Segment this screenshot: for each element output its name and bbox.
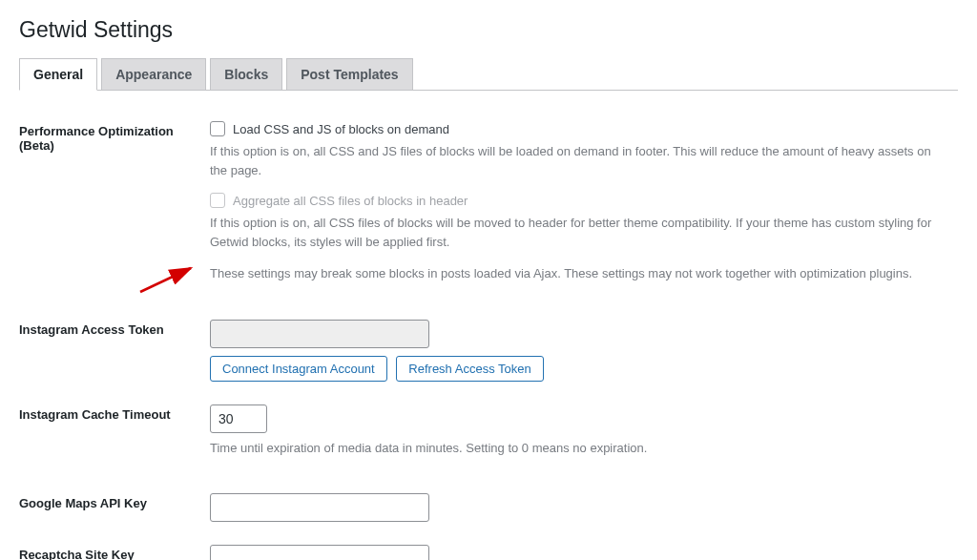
instagram-cache-description: Time until expiration of media data in m… <box>210 439 948 458</box>
page-title: Getwid Settings <box>19 17 958 43</box>
load-on-demand-label[interactable]: Load CSS and JS of blocks on demand <box>233 122 449 136</box>
load-on-demand-checkbox[interactable] <box>210 121 225 136</box>
load-on-demand-row: Load CSS and JS of blocks on demand <box>210 121 948 136</box>
performance-label: Performance Optimization (Beta) <box>19 110 210 308</box>
tab-post-templates[interactable]: Post Templates <box>286 58 412 91</box>
google-maps-input[interactable] <box>210 493 429 522</box>
connect-instagram-button[interactable]: Connect Instagram Account <box>210 356 387 382</box>
settings-form-table: Performance Optimization (Beta) Load CSS… <box>19 110 958 560</box>
recaptcha-site-input[interactable] <box>210 545 429 560</box>
aggregate-row: Aggregate all CSS files of blocks in hea… <box>210 193 948 208</box>
tab-general[interactable]: General <box>19 58 97 91</box>
recaptcha-site-label: Recaptcha Site Key <box>19 533 210 560</box>
instagram-token-input[interactable] <box>210 320 429 348</box>
instagram-token-label: Instagram Access Token <box>19 308 210 393</box>
performance-note: These settings may break some blocks in … <box>210 264 948 283</box>
tab-blocks[interactable]: Blocks <box>210 58 282 91</box>
aggregate-label: Aggregate all CSS files of blocks in hea… <box>233 194 468 208</box>
instagram-cache-label: Instagram Cache Timeout <box>19 393 210 483</box>
aggregate-description: If this option is on, all CSS files of b… <box>210 214 948 251</box>
google-maps-label: Google Maps API Key <box>19 482 210 533</box>
load-on-demand-description: If this option is on, all CSS and JS fil… <box>210 142 948 179</box>
refresh-token-button[interactable]: Refresh Access Token <box>396 356 543 382</box>
tab-appearance[interactable]: Appearance <box>101 58 206 91</box>
instagram-cache-input[interactable] <box>210 404 267 433</box>
aggregate-checkbox <box>210 193 225 208</box>
nav-tab-wrapper: General Appearance Blocks Post Templates <box>19 58 958 91</box>
